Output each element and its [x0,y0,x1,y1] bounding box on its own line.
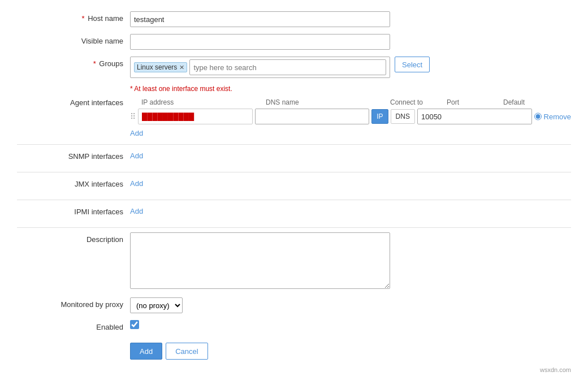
snmp-interfaces-label: SNMP interfaces [17,149,130,161]
visible-name-control [130,34,571,50]
col-connect-header: Connect to [390,98,447,106]
agent-dns-input[interactable] [255,109,370,124]
monitored-by-control: (no proxy) [130,297,571,313]
groups-control: Linux servers ✕ Select [130,57,571,78]
monitored-by-label: Monitored by proxy [17,297,130,309]
description-control [130,232,571,291]
action-buttons-row: Add Cancel [17,343,571,360]
visible-name-label: Visible name [17,34,130,45]
drag-handle-icon[interactable]: ⠿ [130,112,136,121]
connect-dns-button[interactable]: DNS [391,109,415,124]
host-form: * Host name Visible name * Groups Linux … [0,0,588,376]
agent-interfaces-row: Agent interfaces IP address DNS name Con… [17,98,571,137]
enabled-row: Enabled [17,320,571,336]
groups-tag-label: Linux servers [137,63,177,71]
jmx-add-link[interactable]: Add [130,179,143,188]
ipmi-interfaces-row: IPMI interfaces Add [17,205,571,221]
jmx-interfaces-label: JMX interfaces [17,177,130,188]
agent-remove-link[interactable]: Remove [544,113,571,121]
connect-ip-button[interactable]: IP [371,109,388,124]
jmx-interfaces-row: JMX interfaces Add [17,177,571,193]
col-port-header: Port [447,98,503,106]
groups-wrapper: Linux servers ✕ Select [130,57,571,78]
cancel-button[interactable]: Cancel [166,343,207,360]
add-button[interactable]: Add [130,343,162,360]
ipmi-add-link[interactable]: Add [130,207,143,215]
validation-message: * At least one interface must exist. [130,85,571,93]
host-name-row: * Host name [17,11,571,27]
description-textarea[interactable] [130,232,390,289]
ipmi-interfaces-label: IPMI interfaces [17,205,130,216]
host-name-required: * [81,14,84,23]
visible-name-row: Visible name [17,34,571,50]
groups-search-input[interactable] [189,59,386,75]
enabled-control [130,320,571,331]
ipmi-interfaces-control: Add [130,205,571,215]
monitored-by-select[interactable]: (no proxy) [130,297,183,313]
col-ip-header: IP address [141,98,266,106]
snmp-interfaces-control: Add [130,149,571,160]
footer-credit: wsxdn.com [17,366,571,373]
monitored-by-row: Monitored by proxy (no proxy) [17,297,571,313]
col-dns-header: DNS name [266,98,390,106]
agent-ip-input[interactable] [138,109,253,124]
host-name-input[interactable] [130,11,390,27]
snmp-interfaces-row: SNMP interfaces Add [17,149,571,165]
default-interface-radio[interactable] [534,112,542,121]
enabled-checkbox[interactable] [130,320,139,329]
agent-add-link[interactable]: Add [130,129,143,137]
description-label: Description [17,232,130,244]
host-name-control [130,11,571,27]
groups-tag-remove[interactable]: ✕ [179,64,184,71]
agent-interface-row: ⠿ IP DNS Remove [130,109,571,124]
groups-input-area[interactable]: Linux servers ✕ [130,57,390,78]
interfaces-header: IP address DNS name Connect to Port Defa… [130,98,571,106]
groups-select-button[interactable]: Select [395,57,430,72]
snmp-add-link[interactable]: Add [130,152,143,160]
enabled-label: Enabled [17,320,130,331]
col-default-header: Default [503,98,548,106]
agent-interfaces-control: IP address DNS name Connect to Port Defa… [130,98,571,137]
host-name-label: * Host name [17,11,130,23]
description-row: Description [17,232,571,291]
groups-tag: Linux servers ✕ [134,62,187,72]
agent-interfaces-label: Agent interfaces [17,98,130,107]
agent-port-input[interactable] [417,109,532,124]
groups-label: * Groups [17,57,130,68]
visible-name-input[interactable] [130,34,390,50]
groups-row: * Groups Linux servers ✕ Select [17,57,571,78]
groups-required: * [93,59,96,68]
jmx-interfaces-control: Add [130,177,571,188]
